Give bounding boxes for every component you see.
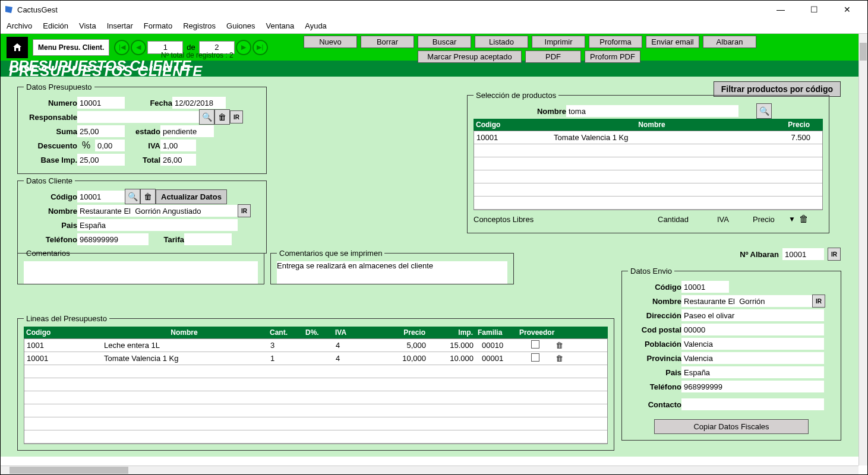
seleccion-search-button[interactable]: 🔍 [756,103,772,119]
envio-ir-button[interactable]: IR [812,294,825,308]
envio-nombre-field[interactable] [681,295,812,307]
menu-formato[interactable]: Formato [144,21,172,30]
datos-envio-legend: Datos Envio [628,267,674,276]
base-field [77,154,125,166]
envio-poblacion-field[interactable] [681,338,824,350]
envio-pais-label: Pais [628,368,681,377]
menu-insertar[interactable]: Insertar [107,21,133,30]
nav-first-button[interactable]: |◀ [114,40,130,55]
minimize-button[interactable]: — [770,2,791,17]
producto-row[interactable]: 10001 Tomate Valencia 1 Kg 7.500 [474,131,822,144]
trash-icon[interactable]: 🗑 [555,341,563,350]
nav-last-button[interactable]: ▶| [252,40,268,55]
albaran-num-label: Nº Albaran [740,250,779,259]
nuevo-button[interactable]: Nuevo [304,36,357,48]
chevron-down-icon[interactable]: ▼ [788,215,796,223]
proform-pdf-button[interactable]: Proform PDF [585,50,640,63]
responsable-delete-button[interactable]: 🗑 [214,109,230,125]
iva-field [160,140,196,151]
numero-field[interactable] [77,97,125,109]
linea-row-empty [24,430,607,444]
pdf-button[interactable]: PDF [525,50,581,63]
actualizar-datos-button[interactable]: Actualizar Datos [156,189,227,204]
cliente-nombre-field[interactable] [77,205,238,217]
producto-precio: 7.500 [747,133,813,142]
scrollbar-thumb[interactable] [10,467,128,474]
lineas-table-header: Codigo Nombre Cant. D%. IVA Precio Imp. … [24,327,608,338]
cliente-pais-label: Pais [24,221,77,230]
albaran-button[interactable]: Albaran [703,36,756,48]
menu-ventana[interactable]: Ventana [266,21,295,30]
linea-row-empty [24,417,607,430]
cliente-telefono-field[interactable] [77,233,149,245]
home-button[interactable] [7,37,28,58]
albaran-num-field[interactable] [782,248,824,260]
buscar-button[interactable]: Buscar [418,36,471,48]
responsable-search-button[interactable]: 🔍 [199,109,214,125]
seleccion-nombre-input[interactable] [566,105,738,117]
menu-archivo[interactable]: Archivo [7,21,32,30]
envio-provincia-label: Provincia [628,354,681,363]
lineas-presupuesto-group: Lineas del Presupuesto Codigo Nombre Can… [17,314,614,451]
datos-presupuesto-group: Datos Presupuesto Numero Fecha Responsab… [17,83,267,174]
comentarios-imprimir-textarea[interactable]: Entrega se realizará en almacenes del cl… [277,261,507,284]
trash-icon[interactable]: 🗑 [555,354,563,363]
linea-checkbox[interactable] [531,353,539,362]
estado-label: estado [125,127,160,136]
scrollbar-horizontal[interactable] [1,466,858,474]
envio-telefono-field[interactable] [681,381,824,392]
marcar-aceptado-button[interactable]: Marcar Presup aceptado [418,50,522,63]
producto-row-empty [474,144,822,157]
proforma-button[interactable]: Proforma [589,36,642,48]
envio-contacto-field[interactable] [681,398,824,410]
scrollbar-vertical[interactable] [858,34,867,466]
menu-registros[interactable]: Registros [183,21,216,30]
responsable-name-field[interactable] [107,111,199,123]
envio-codigo-field[interactable] [681,281,729,293]
cliente-codigo-field[interactable] [77,191,125,202]
menu-guiones[interactable]: Guiones [226,21,255,30]
copiar-fiscales-button[interactable]: Copiar Datos Fiscales [654,419,809,434]
cliente-ir-button[interactable]: IR [238,204,251,217]
comentarios-textarea[interactable] [24,261,258,284]
fecha-field[interactable] [172,97,226,109]
linea-row-empty [24,404,607,417]
responsable-ir-button[interactable]: IR [230,110,243,124]
comentarios-group: Comentarios [17,249,264,284]
estado-field[interactable] [160,125,214,137]
imprimir-button[interactable]: Imprimir [532,36,585,48]
linea-row[interactable]: 1001 Leche entera 1L 3 4 5,000 15.000 00… [24,339,607,352]
albaran-ir-button[interactable]: IR [828,248,841,261]
nav-next-button[interactable]: ▶ [236,40,251,55]
menu-ayuda[interactable]: Ayuda [305,21,327,30]
scrollbar-thumb[interactable] [860,43,867,61]
nav-prev-button[interactable]: ◀ [131,40,146,55]
envio-provincia-field[interactable] [681,352,824,364]
producto-row-empty [474,170,822,183]
menu-vista[interactable]: Vista [79,21,96,30]
envio-direccion-field[interactable] [681,309,824,321]
linea-row[interactable]: 10001 Tomate Valencia 1 Kg 1 4 10,000 10… [24,352,607,365]
cliente-tarifa-field[interactable] [184,233,232,245]
cliente-pais-field[interactable] [77,219,238,231]
envio-cp-field[interactable] [681,324,824,335]
borrar-button[interactable]: Borrar [361,36,414,48]
cliente-delete-button[interactable]: 🗑 [140,189,156,204]
menu-presu-button[interactable]: Menu Presu. Client. [33,39,109,56]
enviar-email-button[interactable]: Enviar email [646,36,699,48]
maximize-button[interactable]: ☐ [803,2,825,17]
hdr-codigo: Codigo [474,121,551,129]
envio-pais-field[interactable] [681,366,824,378]
responsable-code-field[interactable] [77,111,107,123]
linea-checkbox[interactable] [531,340,539,349]
menu-edicion[interactable]: Edición [43,21,68,30]
lineas-legend: Lineas del Presupuesto [24,314,109,323]
envio-direccion-label: Dirección [628,311,681,320]
descuento-field[interactable] [95,140,125,151]
trash-icon[interactable]: 🗑 [799,214,809,224]
cliente-search-button[interactable]: 🔍 [125,189,140,204]
total-records-label: Nº total de registros : 2 [161,51,233,59]
listado-button[interactable]: Listado [475,36,528,48]
search-icon: 🔍 [202,112,212,122]
close-button[interactable]: ✕ [837,2,858,17]
